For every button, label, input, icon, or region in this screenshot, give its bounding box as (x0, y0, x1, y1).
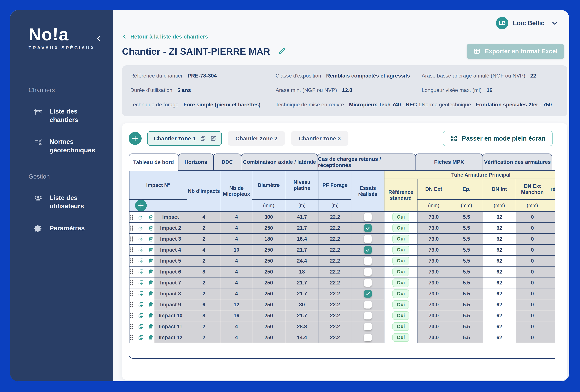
essais-checkbox[interactable] (364, 246, 372, 254)
drag-handle-icon[interactable] (130, 280, 134, 286)
delete-row-icon[interactable] (148, 236, 154, 242)
duplicate-row-icon[interactable] (138, 335, 144, 341)
duplicate-zone-icon[interactable] (200, 135, 206, 141)
oui-badge[interactable]: Oui (392, 322, 409, 331)
oui-badge[interactable]: Oui (392, 300, 409, 309)
delete-row-icon[interactable] (148, 269, 154, 275)
essais-checkbox[interactable] (364, 268, 372, 276)
drag-handle-icon[interactable] (130, 269, 134, 275)
zone-tab-2[interactable]: Chantier zone 2 (228, 131, 285, 146)
oui-badge[interactable]: Oui (392, 224, 409, 232)
drag-handle-icon[interactable] (130, 335, 134, 341)
duplicate-row-icon[interactable] (138, 280, 144, 286)
dn-int-cell[interactable]: 62 (483, 212, 516, 223)
dn-int-cell[interactable]: 62 (483, 223, 516, 234)
delete-row-icon[interactable] (148, 247, 154, 253)
dn-int-cell[interactable]: 62 (483, 277, 516, 288)
drag-handle-icon[interactable] (130, 313, 134, 319)
table-tab-2[interactable]: Horizons (178, 153, 214, 170)
delete-row-icon[interactable] (148, 225, 154, 231)
drag-handle-icon[interactable] (130, 225, 134, 231)
oui-badge[interactable]: Oui (392, 235, 409, 243)
oui-badge[interactable]: Oui (392, 213, 409, 221)
duplicate-row-icon[interactable] (138, 302, 144, 308)
essais-checkbox[interactable] (364, 235, 372, 243)
oui-badge[interactable]: Oui (392, 257, 409, 265)
delete-row-icon[interactable] (148, 324, 154, 330)
oui-badge[interactable]: Oui (392, 289, 409, 298)
back-link[interactable]: Retour à la liste des chantiers (122, 33, 208, 40)
dn-int-cell[interactable]: 62 (483, 310, 516, 321)
user-menu[interactable]: LB Loic Bellic (122, 17, 558, 29)
drag-handle-icon[interactable] (130, 236, 134, 242)
duplicate-row-icon[interactable] (138, 291, 144, 297)
essais-checkbox[interactable] (364, 290, 372, 298)
duplicate-row-icon[interactable] (138, 236, 144, 242)
dn-int-cell[interactable]: 62 (483, 288, 516, 299)
essais-checkbox[interactable] (364, 301, 372, 308)
table-tab-5[interactable]: Cas de charges retenus / réceptionnés (317, 153, 416, 170)
essais-checkbox[interactable] (364, 323, 372, 330)
essais-checkbox[interactable] (364, 224, 372, 232)
duplicate-row-icon[interactable] (138, 247, 144, 253)
dn-int-cell[interactable]: 62 (483, 321, 516, 332)
duplicate-row-icon[interactable] (138, 225, 144, 231)
sidebar-item-liste-des-utilisateurs[interactable]: Liste des utilisateurs (28, 194, 106, 210)
duplicate-row-icon[interactable] (138, 313, 144, 319)
delete-row-icon[interactable] (148, 302, 154, 308)
sidebar-item-parametres[interactable]: Paramètres (28, 224, 106, 233)
zone-tab-1[interactable]: Chantier zone 1 (147, 131, 222, 146)
essais-checkbox[interactable] (364, 279, 372, 287)
dn-int-cell[interactable]: 62 (483, 234, 516, 245)
edit-zone-icon[interactable] (210, 135, 216, 141)
essais-checkbox[interactable] (364, 334, 372, 341)
sidebar-collapse-button[interactable] (95, 35, 103, 42)
delete-row-icon[interactable] (148, 258, 154, 264)
oui-badge[interactable]: Oui (392, 246, 409, 254)
oui-badge[interactable]: Oui (392, 333, 409, 342)
delete-row-icon[interactable] (148, 313, 154, 319)
drag-handle-icon[interactable] (130, 258, 134, 264)
drag-handle-icon[interactable] (130, 247, 134, 253)
dn-int-cell[interactable]: 62 (483, 266, 516, 277)
add-zone-button[interactable] (129, 132, 142, 145)
drag-handle-icon[interactable] (130, 302, 134, 308)
zone-tab-3[interactable]: Chantier zone 3 (291, 131, 348, 146)
pf-forage-cell: 22.2 (319, 321, 351, 332)
ep-cell: 5.5 (450, 266, 483, 277)
duplicate-row-icon[interactable] (138, 269, 144, 275)
dn-int-cell[interactable]: 62 (483, 245, 516, 256)
sidebar-item-liste-des-chantiers[interactable]: Liste des chantiers (28, 107, 106, 124)
delete-row-icon[interactable] (148, 214, 154, 220)
essais-checkbox[interactable] (364, 312, 372, 319)
table-tab-6[interactable]: Fiches MPX (415, 153, 483, 170)
dn-int-cell[interactable]: 62 (483, 299, 516, 310)
drag-handle-icon[interactable] (130, 214, 134, 220)
essais-checkbox[interactable] (364, 213, 372, 221)
fullscreen-button[interactable]: Passer en mode plein écran (443, 131, 553, 146)
dn-int-cell[interactable]: 62 (483, 332, 516, 343)
dn-int-cell[interactable]: 62 (483, 256, 516, 266)
table-tab-1[interactable]: Tableau de bord (129, 153, 178, 171)
table-tab-7[interactable]: Vérification des armatures (483, 153, 552, 170)
duplicate-row-icon[interactable] (138, 324, 144, 330)
chevron-down-icon[interactable] (552, 20, 558, 26)
drag-handle-icon[interactable] (130, 291, 134, 297)
table-tab-3[interactable]: DDC (213, 153, 241, 170)
edit-pencil-icon[interactable] (278, 47, 286, 55)
oui-badge[interactable]: Oui (392, 267, 409, 276)
essais-checkbox[interactable] (364, 257, 372, 265)
add-impact-button[interactable] (135, 200, 147, 211)
delete-row-icon[interactable] (148, 291, 154, 297)
export-excel-button[interactable]: Exporter en format Excel (467, 44, 564, 59)
duplicate-row-icon[interactable] (138, 214, 144, 220)
table-tab-4[interactable]: Combinaison axiale / latérale (241, 153, 318, 170)
impact-name-cell: Impact 2 (154, 223, 187, 234)
oui-badge[interactable]: Oui (392, 311, 409, 320)
oui-badge[interactable]: Oui (392, 278, 409, 287)
duplicate-row-icon[interactable] (138, 258, 144, 264)
delete-row-icon[interactable] (148, 335, 154, 341)
drag-handle-icon[interactable] (130, 324, 134, 330)
delete-row-icon[interactable] (148, 280, 154, 286)
sidebar-item-normes-geotechniques[interactable]: Normes géotechniques (28, 137, 106, 154)
